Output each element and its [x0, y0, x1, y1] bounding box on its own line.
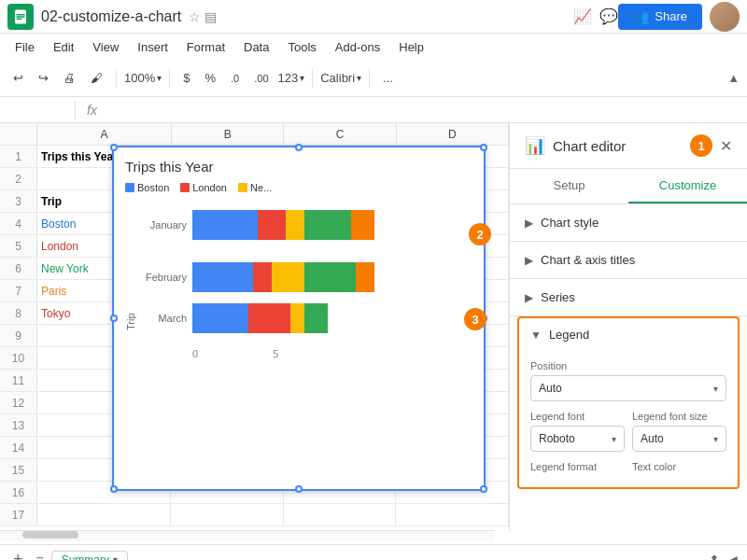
menu-data[interactable]: Data [236, 38, 276, 56]
font-label: Legend font [530, 411, 625, 422]
redo-button[interactable]: ↪ [33, 69, 54, 87]
accordion-series-header[interactable]: ▶ Series [510, 279, 747, 315]
col-header-d[interactable]: D [397, 123, 509, 145]
font-size-label: Legend font size [632, 411, 726, 422]
bar-segment-blue [192, 262, 253, 292]
accordion-chart-titles-header[interactable]: ▶ Chart & axis titles [510, 242, 747, 278]
collapse-icon[interactable]: ▲ [727, 71, 740, 85]
share-icon: 👥 [633, 9, 649, 24]
bar-label-march: March [140, 313, 187, 324]
series-label: Series [541, 290, 575, 304]
dollar-button[interactable]: $ [177, 69, 195, 87]
print-button[interactable]: 🖨 [58, 69, 81, 87]
row-num: 6 [0, 258, 37, 279]
row-num: 1 [0, 146, 37, 167]
col-header-c[interactable]: C [284, 123, 396, 145]
panel-header: 📊 Chart editor 1 ✕ [510, 123, 747, 169]
bar-track-february [192, 262, 472, 292]
paint-button[interactable]: 🖌 [85, 69, 108, 87]
menu-view[interactable]: View [85, 38, 126, 56]
menu-edit[interactable]: Edit [46, 38, 81, 56]
add-sheet-button[interactable]: + [7, 548, 29, 560]
svg-rect-2 [17, 16, 25, 18]
prev-button[interactable]: ◀ [726, 551, 740, 561]
formula-input[interactable] [105, 103, 740, 117]
chart-handle-ml[interactable] [110, 315, 118, 322]
menu-addons[interactable]: Add-ons [328, 38, 388, 56]
star-icon[interactable]: ☆ [189, 9, 201, 24]
chart-handle-bm[interactable] [295, 485, 303, 493]
text-color-label: Text color [632, 461, 726, 472]
sheet-tab-summary[interactable]: Summary ▾ [51, 551, 128, 561]
chart-handle-br[interactable] [480, 485, 487, 493]
chart-handle-bl[interactable] [110, 485, 118, 493]
zoom-dropdown[interactable]: 100% ▾ [124, 71, 162, 85]
horizontal-scrollbar[interactable] [0, 530, 495, 541]
chart-body: January 2 [140, 201, 472, 443]
folder-icon[interactable]: ▤ [204, 9, 217, 24]
font-dropdown[interactable]: Calibri ▾ [320, 71, 361, 85]
number-format-dropdown[interactable]: 123 ▾ [278, 71, 305, 85]
bar-segment-green [304, 303, 328, 333]
row-num: 13 [0, 414, 37, 436]
bar-segment-yellow [272, 262, 304, 292]
more-button[interactable]: ... [377, 69, 399, 87]
top-icons: 📈 💬 [573, 7, 618, 25]
comment-icon[interactable]: 💬 [599, 7, 618, 25]
legend-section: ▼ Legend Position Auto ▾ Legend font Rob… [517, 316, 740, 489]
font-row: Legend font Roboto ▾ Legend font size Au… [530, 401, 726, 452]
accordion-chart-style-header[interactable]: ▶ Chart style [510, 204, 747, 241]
sheet-list-button[interactable]: ≡ [36, 553, 44, 561]
chart-handle-tl[interactable] [110, 144, 118, 151]
undo-button[interactable]: ↩ [7, 69, 29, 87]
toolbar: ↩ ↪ 🖨 🖌 100% ▾ $ % .0 .00 123 ▾ Calibri … [0, 60, 747, 97]
tab-setup[interactable]: Setup [510, 169, 628, 203]
accordion-series: ▶ Series [510, 279, 747, 316]
decimal00-button[interactable]: .00 [248, 71, 274, 86]
spreadsheet: A B C D 1 Trips this Year 2 [0, 123, 509, 530]
bar-segment-blue [192, 210, 258, 240]
percent-button[interactable]: % [199, 69, 221, 87]
panel-close-button[interactable]: ✕ [720, 137, 732, 155]
step2-badge: 2 [469, 223, 491, 245]
legend-dot-london [180, 183, 190, 192]
chart-titles-label: Chart & axis titles [541, 253, 635, 267]
row-num: 16 [0, 482, 37, 503]
font-size-dropdown[interactable]: Auto ▾ [632, 426, 726, 452]
bar-segment-green [304, 262, 356, 292]
explore-button[interactable]: ⬆ [707, 551, 722, 561]
bar-segment-yellow [286, 210, 304, 240]
share-button[interactable]: 👥 Share [618, 4, 702, 30]
col-header-a[interactable]: A [37, 123, 172, 145]
bar-segment-orange [356, 262, 374, 292]
menu-format[interactable]: Format [179, 38, 233, 56]
tab-customize[interactable]: Customize [628, 169, 747, 203]
bar-segment-red [253, 262, 272, 292]
position-dropdown[interactable]: Auto ▾ [530, 375, 726, 401]
legend-item-london: London [180, 182, 227, 193]
accordion-chart-style: ▶ Chart style [510, 204, 747, 242]
avatar[interactable] [710, 2, 740, 32]
bar-segment-red [248, 303, 290, 333]
menu-tools[interactable]: Tools [280, 38, 323, 56]
bottom-right: ⬆ ◀ [707, 551, 740, 561]
menu-help[interactable]: Help [391, 38, 431, 56]
row-num: 9 [0, 325, 37, 346]
legend-section-header[interactable]: ▼ Legend [519, 318, 738, 351]
col-header-b[interactable]: B [172, 123, 284, 145]
bar-label-january: January [140, 219, 187, 231]
menu-file[interactable]: File [7, 38, 42, 56]
font-dropdown[interactable]: Roboto ▾ [530, 426, 625, 452]
scroll-thumb[interactable] [22, 531, 78, 539]
step3-badge: 3 [464, 308, 486, 330]
chart-container[interactable]: Trips this Year Boston London Ne... Trip [112, 146, 486, 491]
chevron-down-icon: ▼ [530, 329, 542, 342]
chart-handle-tr[interactable] [480, 144, 487, 151]
legend-section-label: Legend [549, 328, 589, 342]
chart-activity-icon[interactable]: 📈 [573, 7, 592, 25]
bar-row-january: January [140, 210, 472, 240]
chart-handle-tm[interactable] [295, 144, 303, 151]
main-area: A B C D 1 Trips this Year 2 [0, 123, 747, 530]
decimal-button[interactable]: .0 [225, 71, 245, 86]
menu-insert[interactable]: Insert [130, 38, 176, 56]
